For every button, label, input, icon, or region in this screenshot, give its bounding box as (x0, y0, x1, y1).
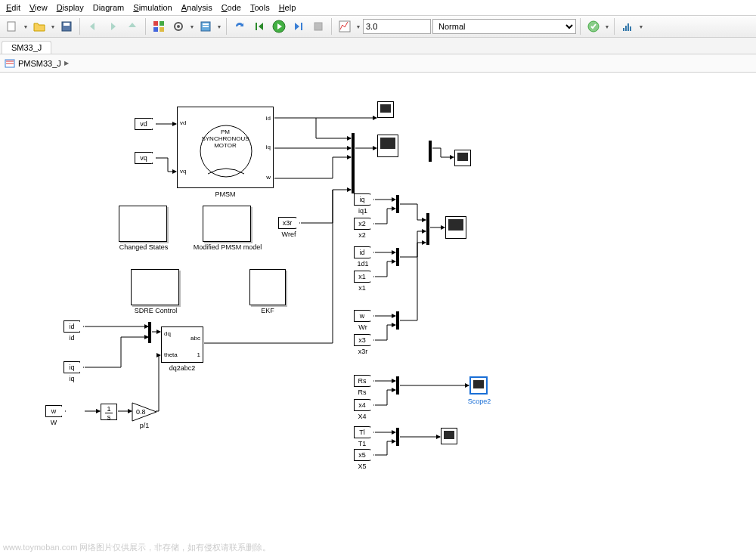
scope-combined[interactable] (445, 216, 466, 239)
menu-tools[interactable]: Tools (250, 3, 270, 12)
mux-idiq[interactable] (148, 322, 151, 343)
model-tab[interactable]: SM33_J (2, 41, 51, 54)
from-x5[interactable]: x5 (354, 449, 370, 461)
svg-rect-4 (160, 21, 164, 26)
from-tl[interactable]: Tl (354, 426, 370, 438)
mux-iq[interactable] (396, 195, 399, 213)
id-label: id (64, 334, 80, 342)
model-canvas[interactable]: vd vq vd vq id iq w PMSYNCHRONOUSMOTOR P… (0, 73, 756, 556)
model-config-button[interactable] (169, 17, 187, 36)
menu-diagram[interactable]: Diagram (93, 3, 125, 12)
mux-id[interactable] (396, 248, 399, 266)
id1-label: 1d1 (352, 260, 373, 268)
from-x4[interactable]: x4 (354, 399, 370, 411)
explorer-dropdown[interactable]: ▼ (216, 24, 222, 29)
svg-rect-0 (8, 22, 15, 31)
stepping-dropdown[interactable]: ▼ (638, 24, 644, 29)
from-id[interactable]: id (64, 320, 80, 333)
pmsm-block[interactable]: vd vq id iq w PMSYNCHRONOUSMOTOR (177, 107, 274, 188)
save-button[interactable] (57, 17, 76, 36)
mux-tl[interactable] (396, 428, 399, 446)
svg-rect-11 (203, 26, 209, 27)
config-dropdown[interactable]: ▼ (189, 24, 195, 29)
from-vq[interactable]: vq (135, 152, 153, 164)
menu-edit[interactable]: Edit (6, 3, 20, 12)
svg-rect-15 (314, 23, 322, 30)
svg-point-8 (177, 25, 180, 28)
model-icon (5, 58, 15, 69)
menu-display[interactable]: Display (57, 3, 84, 12)
menu-code[interactable]: Code (222, 3, 241, 12)
step-forward-button[interactable] (290, 17, 308, 36)
scope2-block[interactable] (469, 376, 488, 395)
breadcrumb-model[interactable]: PMSM33_J (18, 59, 61, 68)
svg-rect-2 (64, 23, 70, 26)
scope-motor[interactable] (377, 135, 398, 157)
step-back-button[interactable] (250, 17, 268, 36)
changed-states-block[interactable] (119, 206, 167, 242)
scope2-label: Scope2 (463, 398, 496, 405)
menu-simulation[interactable]: Simulation (133, 3, 172, 12)
open-button[interactable] (30, 17, 48, 36)
scope-tl[interactable] (441, 428, 457, 444)
stepping-options-button[interactable] (618, 17, 637, 36)
new-model-button[interactable] (3, 17, 21, 36)
breadcrumb-bar: PMSM33_J ▶ (0, 54, 756, 73)
mux-rs[interactable] (396, 376, 399, 395)
open-dropdown[interactable]: ▼ (50, 24, 56, 29)
menu-view[interactable]: View (29, 3, 48, 12)
wref-label: Wref (274, 231, 304, 238)
svg-rect-21 (630, 26, 631, 31)
watermark: www.toymoban.com 网络图片仅供展示，非存储，如有侵权请联系删除。 (3, 542, 271, 553)
ekf-block[interactable] (249, 269, 286, 305)
scope-id[interactable] (377, 101, 394, 118)
from-w[interactable]: w (45, 405, 62, 417)
from-x1[interactable]: x1 (354, 271, 370, 283)
x2-label: x2 (354, 231, 370, 239)
gain-label: p/1 (132, 422, 157, 429)
from-w-r[interactable]: w (354, 310, 370, 322)
run-button[interactable] (270, 17, 288, 36)
svg-rect-6 (160, 27, 164, 32)
dq2abc-block[interactable]: dq theta abc 1 (161, 326, 203, 363)
scope-small[interactable] (454, 150, 471, 166)
forward-button[interactable] (104, 17, 122, 36)
data-inspector-button[interactable] (336, 17, 354, 36)
update-diagram-button[interactable] (231, 17, 249, 36)
stop-button[interactable] (309, 17, 327, 36)
gain-text: 0.8 (136, 408, 146, 416)
stop-time-input[interactable] (363, 19, 431, 34)
ready-dropdown[interactable]: ▼ (604, 24, 610, 29)
changed-states-label: Changed States (106, 243, 181, 251)
simulation-mode-select[interactable]: Normal (432, 19, 576, 34)
from-vd[interactable]: vd (135, 118, 153, 130)
mux-combined[interactable] (426, 213, 429, 245)
svg-rect-18 (623, 28, 624, 31)
from-x2[interactable]: x2 (354, 218, 370, 230)
from-x3r[interactable]: x3r (278, 217, 296, 229)
up-button[interactable] (123, 17, 141, 36)
sdre-block[interactable] (131, 269, 179, 305)
from-id-r[interactable]: id (354, 246, 370, 258)
model-explorer-button[interactable] (197, 17, 215, 36)
breadcrumb-arrow: ▶ (64, 60, 69, 67)
inspector-dropdown[interactable]: ▼ (355, 24, 361, 29)
library-browser-button[interactable] (150, 17, 168, 36)
from-iq[interactable]: iq (64, 361, 80, 373)
from-rs[interactable]: Rs (354, 375, 370, 387)
demux-small[interactable] (429, 141, 432, 162)
mux-w[interactable] (396, 311, 399, 330)
menu-analysis[interactable]: Analysis (181, 3, 212, 12)
mux-motor[interactable] (352, 133, 355, 193)
new-dropdown[interactable]: ▼ (23, 24, 29, 29)
gain-block[interactable]: 0.8 (132, 402, 157, 422)
svg-rect-3 (153, 21, 158, 26)
rs-label: Rs (354, 388, 370, 396)
from-x3[interactable]: x3 (354, 334, 370, 346)
back-button[interactable] (84, 17, 102, 36)
from-iq-r[interactable]: iq (354, 193, 370, 206)
ready-status-button[interactable] (584, 17, 603, 36)
menu-help[interactable]: Help (279, 3, 296, 12)
integrator-block[interactable]: 1s (101, 404, 117, 420)
modified-pmsm-block[interactable] (203, 206, 251, 242)
